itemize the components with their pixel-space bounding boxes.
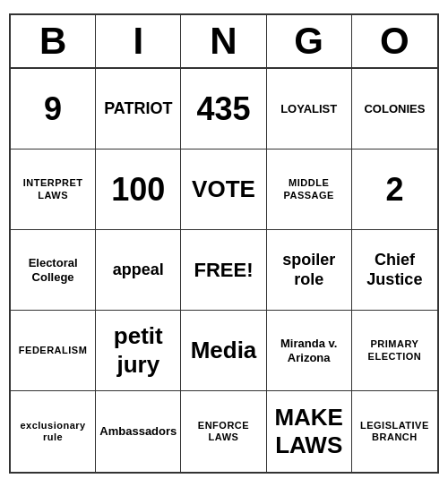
cell-text: Miranda v. Arizona — [271, 337, 348, 364]
bingo-cell: Miranda v. Arizona — [267, 311, 352, 391]
cell-text: PATRIOT — [104, 99, 172, 119]
bingo-cell: Chief Justice — [352, 230, 437, 311]
bingo-cell: 435 — [181, 69, 266, 150]
cell-text: COLONIES — [364, 102, 425, 116]
cell-text: 2 — [385, 170, 403, 209]
bingo-cell: 100 — [96, 150, 181, 230]
bingo-cell: MIDDLE PASSAGE — [267, 150, 352, 230]
header-letter: N — [181, 15, 266, 67]
cell-text: 435 — [196, 90, 250, 128]
cell-text: exclusionary rule — [14, 420, 91, 443]
bingo-cell: LEGISLATIVE BRANCH — [352, 391, 437, 472]
cell-text: petit jury — [99, 322, 177, 378]
header-letter: O — [352, 15, 437, 67]
bingo-cell: LOYALIST — [267, 69, 352, 150]
cell-text: PRIMARY ELECTION — [356, 338, 434, 362]
header-letter: B — [11, 15, 96, 67]
bingo-cell: MAKE LAWS — [267, 391, 352, 472]
cell-text: MAKE LAWS — [271, 404, 348, 459]
bingo-cell: VOTE — [181, 150, 266, 230]
cell-text: LOYALIST — [280, 102, 337, 116]
cell-text: FEDERALISM — [19, 345, 88, 356]
bingo-cell: PRIMARY ELECTION — [352, 311, 437, 391]
cell-text: 9 — [44, 90, 62, 128]
cell-text: Chief Justice — [356, 251, 434, 289]
bingo-card: BINGO 9PATRIOT435LOYALISTCOLONIESINTERPR… — [9, 13, 439, 474]
bingo-cell: exclusionary rule — [11, 391, 96, 472]
bingo-cell: FREE! — [181, 230, 266, 311]
bingo-cell: Ambassadors — [96, 391, 181, 472]
bingo-cell: FEDERALISM — [11, 311, 96, 391]
bingo-cell: PATRIOT — [96, 69, 181, 150]
cell-text: spoiler role — [271, 251, 348, 289]
bingo-cell: petit jury — [96, 311, 181, 391]
header-letter: I — [96, 15, 181, 67]
cell-text: Media — [191, 337, 257, 364]
cell-text: VOTE — [192, 175, 255, 203]
bingo-cell: spoiler role — [267, 230, 352, 311]
cell-text: Electoral College — [14, 256, 91, 284]
bingo-cell: 9 — [11, 69, 96, 150]
bingo-cell: ENFORCE LAWS — [181, 391, 266, 472]
cell-text: appeal — [113, 261, 164, 280]
cell-text: INTERPRET LAWS — [14, 177, 91, 201]
bingo-cell: Media — [181, 311, 266, 391]
bingo-grid: 9PATRIOT435LOYALISTCOLONIESINTERPRET LAW… — [11, 69, 437, 472]
bingo-cell: COLONIES — [352, 69, 437, 150]
header-letter: G — [267, 15, 352, 67]
bingo-cell: Electoral College — [11, 230, 96, 311]
cell-text: LEGISLATIVE BRANCH — [356, 420, 434, 443]
cell-text: FREE! — [194, 259, 253, 282]
cell-text: MIDDLE PASSAGE — [271, 177, 348, 201]
bingo-header: BINGO — [11, 15, 437, 69]
cell-text: 100 — [111, 170, 165, 209]
bingo-cell: appeal — [96, 230, 181, 311]
cell-text: ENFORCE LAWS — [185, 420, 262, 443]
bingo-cell: 2 — [352, 150, 437, 230]
bingo-cell: INTERPRET LAWS — [11, 150, 96, 230]
cell-text: Ambassadors — [99, 424, 177, 439]
